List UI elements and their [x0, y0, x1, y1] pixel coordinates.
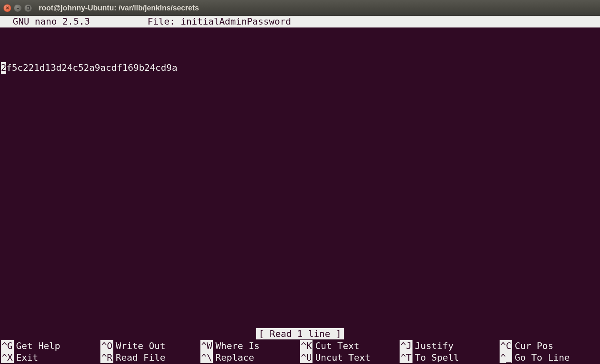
shortcut-label: Uncut Text: [312, 352, 370, 364]
shortcut-label: Read File: [113, 352, 165, 364]
shortcut-replace[interactable]: ^\Replace: [200, 352, 300, 364]
svg-rect-3: [27, 7, 30, 9]
cursor: 2: [1, 62, 6, 74]
shortcut-key: ^R: [100, 352, 113, 364]
close-icon[interactable]: [3, 4, 11, 12]
shortcut-label: Exit: [14, 352, 38, 364]
shortcut-go-to-line[interactable]: ^_Go To Line: [500, 352, 599, 364]
shortcut-key: ^\: [200, 352, 213, 364]
window-title: root@johnny-Ubuntu: /var/lib/jenkins/sec…: [39, 4, 199, 12]
shortcut-key: ^G: [1, 340, 14, 352]
shortcut-key: ^O: [100, 340, 113, 352]
shortcut-label: To Spell: [412, 352, 459, 364]
nano-header: GNU nano 2.5.3 File: initialAdminPasswor…: [0, 16, 600, 27]
shortcut-read-file[interactable]: ^RRead File: [100, 352, 200, 364]
minimize-icon[interactable]: [14, 4, 22, 12]
file-content: f5c221d13d24c52a9acdf169b24cd9a: [6, 62, 178, 74]
shortcut-key: ^X: [1, 352, 14, 364]
shortcut-key: ^K: [300, 340, 313, 352]
nano-app-label: GNU nano 2.5.3: [2, 16, 148, 27]
shortcut-cur-pos[interactable]: ^CCur Pos: [500, 340, 599, 352]
nano-file-label: File: initialAdminPassword: [148, 16, 291, 27]
shortcut-label: Where Is: [213, 340, 260, 352]
terminal-window: root@johnny-Ubuntu: /var/lib/jenkins/sec…: [0, 0, 600, 364]
shortcut-exit[interactable]: ^XExit: [1, 352, 100, 364]
shortcut-label: Go To Line: [512, 352, 570, 364]
shortcut-where-is[interactable]: ^WWhere Is: [200, 340, 300, 352]
shortcut-cut-text[interactable]: ^KCut Text: [300, 340, 400, 352]
shortcut-label: Write Out: [113, 340, 165, 352]
shortcut-label: Justify: [412, 340, 454, 352]
shortcut-key: ^C: [500, 340, 512, 352]
shortcut-get-help[interactable]: ^GGet Help: [1, 340, 100, 352]
titlebar[interactable]: root@johnny-Ubuntu: /var/lib/jenkins/sec…: [0, 0, 600, 16]
window-controls: [3, 4, 32, 12]
terminal-area[interactable]: GNU nano 2.5.3 File: initialAdminPasswor…: [0, 16, 600, 364]
shortcut-label: Cur Pos: [512, 340, 553, 352]
shortcut-key: ^J: [400, 340, 412, 352]
status-line: [ Read 1 line ]: [0, 328, 600, 341]
shortcut-key: ^U: [300, 352, 313, 364]
shortcut-write-out[interactable]: ^OWrite Out: [100, 340, 200, 352]
editor-body[interactable]: 2f5c221d13d24c52a9acdf169b24cd9a: [0, 27, 600, 328]
shortcut-key: ^W: [200, 340, 213, 352]
shortcut-label: Get Help: [14, 340, 60, 352]
status-text: [ Read 1 line ]: [256, 328, 344, 340]
shortcut-label: Cut Text: [312, 340, 359, 352]
editor-line: 2f5c221d13d24c52a9acdf169b24cd9a: [0, 62, 600, 74]
shortcut-to-spell[interactable]: ^TTo Spell: [400, 352, 499, 364]
shortcut-justify[interactable]: ^JJustify: [400, 340, 499, 352]
shortcut-label: Replace: [213, 352, 254, 364]
shortcut-key: ^_: [500, 352, 512, 364]
shortcut-bar: ^GGet Help ^OWrite Out ^WWhere Is ^KCut …: [0, 340, 600, 364]
shortcut-key: ^T: [400, 352, 412, 364]
shortcut-uncut-text[interactable]: ^UUncut Text: [300, 352, 400, 364]
maximize-icon[interactable]: [24, 4, 32, 12]
